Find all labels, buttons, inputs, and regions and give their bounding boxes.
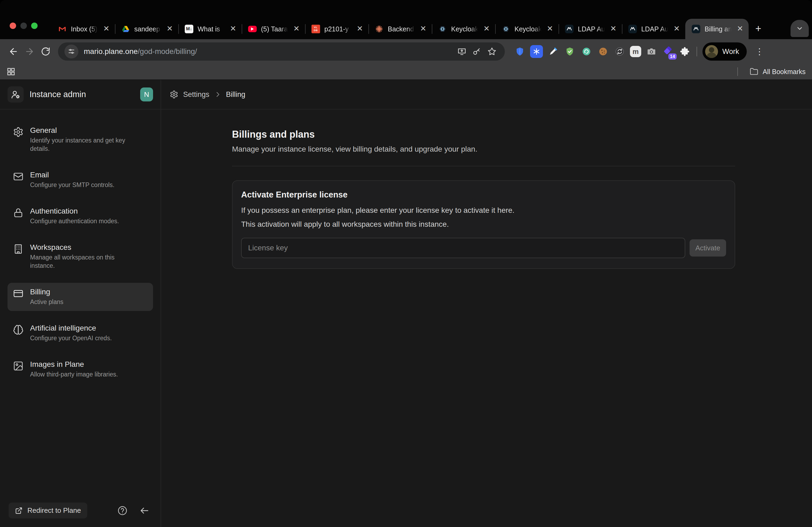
tab-close-icon[interactable]: ✕ — [165, 25, 174, 33]
browser-tab-ldap-2[interactable]: LDAP Au ✕ — [622, 19, 685, 39]
browser-tab-keycloak-2[interactable]: Keycloak ✕ — [495, 19, 559, 39]
green-shield-extension-icon[interactable] — [563, 45, 576, 58]
user-gear-icon — [8, 86, 24, 103]
camera-extension-icon[interactable] — [645, 45, 658, 58]
browser-tab-backend[interactable]: Backend ✕ — [368, 19, 432, 39]
plane-admin-app: Instance admin N General Identify your i… — [0, 80, 812, 527]
browser-tab-inbox[interactable]: Inbox (5) ✕ — [52, 19, 115, 39]
reload-button[interactable] — [38, 44, 54, 60]
tab-close-icon[interactable]: ✕ — [356, 25, 364, 33]
tab-close-icon[interactable]: ✕ — [229, 25, 237, 33]
browser-tab-youtube[interactable]: (5) Taara ✕ — [242, 19, 305, 39]
blue-shield-extension-icon[interactable] — [513, 45, 526, 58]
teal-swirl-extension-icon[interactable] — [580, 45, 593, 58]
tab-list: Inbox (5) ✕ sandeep ✕ M↓ What is ✕ (5) T… — [52, 19, 749, 39]
sidebar-item-description: Active plans — [30, 298, 63, 306]
card-title: Activate Enterprise license — [241, 190, 726, 200]
circle-arrows-extension-icon[interactable] — [613, 45, 626, 58]
collapse-sidebar-button[interactable] — [139, 506, 149, 516]
sidebar-item-workspaces[interactable]: Workspaces Manage all workspaces on this… — [8, 238, 153, 275]
sidebar-item-description: Configure authentication modes. — [30, 217, 119, 225]
tab-label: What is — [198, 25, 224, 33]
address-bar[interactable]: mario.plane.one/god-mode/billing/ — [58, 42, 505, 61]
site-settings-icon[interactable] — [64, 45, 78, 59]
forward-button[interactable] — [21, 44, 38, 60]
tab-label: Backend — [388, 25, 415, 33]
browser-menu-icon[interactable]: ⋮ — [752, 46, 767, 57]
profile-chip[interactable]: Work — [702, 42, 747, 61]
m-letter-extension-icon[interactable]: m — [630, 46, 641, 57]
sidebar-item-artificial-intelligence[interactable]: Artificial intelligence Configure your O… — [8, 319, 153, 347]
keycloak-icon — [502, 25, 510, 33]
close-window-button[interactable] — [10, 22, 16, 29]
tab-search-button[interactable] — [791, 20, 809, 37]
mail-icon — [13, 171, 24, 189]
tab-close-icon[interactable]: ✕ — [672, 25, 681, 33]
apps-grid-icon[interactable] — [6, 67, 16, 76]
vldb-icon: VLDB — [311, 25, 320, 33]
tab-close-icon[interactable]: ✕ — [292, 25, 301, 33]
sidebar-nav: General Identify your instances and get … — [0, 109, 161, 383]
new-tab-button[interactable]: + — [751, 21, 766, 36]
url-text[interactable]: mario.plane.one/god-mode/billing/ — [84, 47, 454, 56]
pen-extension-icon[interactable] — [547, 45, 560, 58]
tab-close-icon[interactable]: ✕ — [546, 25, 554, 33]
cookie-extension-icon[interactable] — [597, 45, 610, 58]
plane-logo-icon — [692, 25, 700, 33]
tab-label: (5) Taara — [261, 25, 288, 33]
activate-button[interactable]: Activate — [690, 239, 726, 257]
keycloak-icon — [438, 25, 447, 33]
browser-tab-keycloak-1[interactable]: Keycloak ✕ — [432, 19, 495, 39]
sidebar-item-images-in-plane[interactable]: Images in Plane Allow third-party image … — [8, 355, 153, 383]
content-divider — [232, 166, 735, 166]
claude-starburst-icon — [375, 25, 383, 33]
help-button[interactable] — [117, 506, 128, 516]
google-drive-icon — [121, 25, 130, 33]
sidebar-item-description: Configure your SMTP controls. — [30, 181, 114, 189]
tab-label: Keycloak — [451, 25, 478, 33]
window-controls[interactable] — [10, 22, 38, 29]
tab-close-icon[interactable]: ✕ — [102, 25, 111, 33]
sidebar-item-email[interactable]: Email Configure your SMTP controls. — [8, 166, 153, 194]
brain-icon — [13, 325, 24, 342]
sidebar-item-general[interactable]: General Identify your instances and get … — [8, 121, 153, 158]
password-key-icon[interactable] — [469, 44, 484, 59]
youtube-icon — [248, 25, 257, 33]
tab-close-icon[interactable]: ✕ — [736, 25, 744, 33]
browser-tab-whatis[interactable]: M↓ What is ✕ — [178, 19, 242, 39]
extension-badge: 14 — [668, 54, 677, 60]
tab-close-icon[interactable]: ✕ — [482, 25, 491, 33]
bookmarks-bar: All Bookmarks — [0, 64, 812, 80]
tab-strip: Inbox (5) ✕ sandeep ✕ M↓ What is ✕ (5) T… — [0, 0, 812, 39]
user-avatar-badge[interactable]: N — [140, 88, 153, 102]
gmail-icon — [58, 25, 67, 33]
back-button[interactable] — [5, 44, 21, 60]
chevron-down-icon — [796, 25, 803, 32]
browser-tab-vldb[interactable]: VLDB p2101-y ✕ — [305, 19, 368, 39]
tab-label: LDAP Au — [578, 25, 605, 33]
minimize-window-button[interactable] — [20, 22, 27, 29]
sidebar-item-billing[interactable]: Billing Active plans — [8, 283, 153, 311]
install-app-icon[interactable] — [454, 44, 469, 59]
main-panel: Settings Billing Billings and plans Mana… — [161, 80, 812, 527]
building-icon — [13, 244, 24, 270]
license-key-input[interactable] — [241, 238, 685, 258]
purple-stack-extension-icon[interactable]: 14 — [662, 45, 675, 58]
sidebar-item-authentication[interactable]: Authentication Configure authentication … — [8, 202, 153, 230]
all-bookmarks-button[interactable]: All Bookmarks — [737, 67, 806, 76]
extensions-puzzle-icon[interactable] — [678, 45, 691, 58]
tab-close-icon[interactable]: ✕ — [419, 25, 427, 33]
card-description-line-2: This activation will apply to all worksp… — [241, 220, 726, 229]
browser-tab-drive[interactable]: sandeep ✕ — [115, 19, 178, 39]
bookmark-star-icon[interactable] — [484, 44, 499, 59]
blue-asterisk-extension-icon[interactable] — [530, 45, 543, 58]
sidebar-item-label: General — [30, 126, 137, 135]
browser-tab-billing-active[interactable]: Billing an ✕ — [685, 19, 749, 39]
browser-tab-ldap-1[interactable]: LDAP Au ✕ — [559, 19, 622, 39]
zoom-window-button[interactable] — [31, 22, 38, 29]
redirect-to-plane-button[interactable]: Redirect to Plane — [9, 502, 87, 518]
breadcrumb-settings[interactable]: Settings — [183, 90, 209, 99]
breadcrumb-billing: Billing — [226, 90, 245, 99]
sidebar-item-description: Configure your OpenAI creds. — [30, 334, 112, 342]
tab-close-icon[interactable]: ✕ — [609, 25, 618, 33]
